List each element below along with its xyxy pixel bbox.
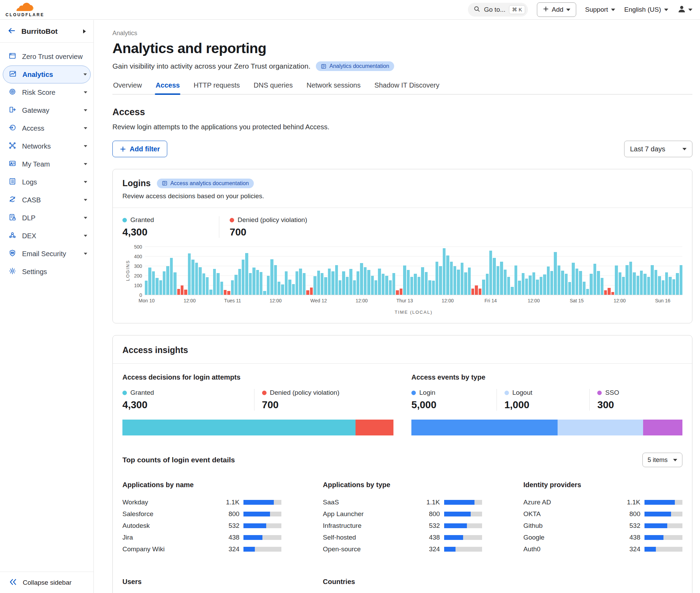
granted-segment (209, 290, 212, 295)
chart-bar (604, 246, 607, 295)
tab-dns-queries[interactable]: DNS queries (253, 81, 293, 94)
chart-bar (378, 246, 381, 295)
sidebar-item-settings[interactable]: Settings (0, 263, 93, 281)
denied-segment (184, 290, 187, 295)
x-tick-label: 12:00 (356, 298, 368, 303)
chart-bar (518, 246, 521, 295)
sidebar-item-networks[interactable]: Networks (0, 137, 93, 155)
account-menu[interactable] (677, 4, 692, 15)
add-filter-button[interactable]: Add filter (112, 141, 167, 157)
date-range-select[interactable]: Last 7 days (624, 141, 692, 157)
granted-segment (532, 272, 535, 295)
global-search[interactable]: Go to... ⌘ K (468, 3, 528, 17)
granted-segment (374, 280, 377, 295)
progress-fill (644, 523, 667, 528)
sidebar-item-access[interactable]: Access (0, 119, 93, 137)
chart-bar (296, 246, 298, 295)
tab-access[interactable]: Access (155, 81, 180, 94)
chart-bar (256, 246, 259, 295)
legend-label: Logout (512, 389, 532, 396)
top-counts-lists: Applications by nameWorkday1.1KSalesforc… (113, 467, 692, 593)
chart-bar (249, 246, 252, 295)
chevron-down-icon (664, 9, 668, 11)
networks-icon (9, 142, 16, 151)
analytics-documentation-badge[interactable]: Analytics documentation (316, 61, 394, 71)
granted-segment (152, 271, 155, 295)
granted-segment (188, 253, 191, 295)
sidebar-item-casb[interactable]: CASB (0, 191, 93, 209)
list-item-label: App Launcher (323, 510, 418, 518)
granted-segment (296, 271, 298, 295)
chart-bar (669, 246, 671, 295)
legend-label-row: Login (411, 389, 497, 396)
granted-segment (457, 270, 460, 295)
access-decisions-title: Access decisions for login attempts (122, 373, 393, 381)
chevron-down-icon (84, 145, 87, 147)
tab-http-requests[interactable]: HTTP requests (193, 81, 240, 94)
double-chevron-left-icon (9, 578, 17, 587)
granted-segment (317, 271, 320, 295)
list-item-value: 800 (619, 510, 640, 518)
denied-segment (177, 289, 180, 295)
sidebar-item-dex[interactable]: DEX (0, 227, 93, 245)
legend-item: Granted4,300 (122, 216, 219, 238)
language-menu[interactable]: English (US) (624, 6, 668, 13)
list-item: Jira438 (122, 532, 281, 543)
logins-card-title: Logins (122, 178, 151, 188)
sidebar-item-risk-score[interactable]: Risk Score (0, 83, 93, 101)
items-count-select[interactable]: 5 items (642, 453, 682, 467)
granted-segment (206, 277, 209, 295)
list-item: Company Wiki324 (122, 543, 281, 555)
collapse-sidebar-button[interactable]: Collapse sidebar (0, 572, 93, 593)
granted-segment (514, 265, 517, 295)
granted-segment (640, 271, 643, 295)
granted-segment (669, 277, 671, 295)
access-events-stacked-bar (411, 420, 682, 435)
list-item-label: Salesforce (122, 510, 218, 518)
progress-fill (444, 535, 463, 540)
tab-shadow-it-discovery[interactable]: Shadow IT Discovery (374, 81, 440, 94)
legend-item: Logout1,000 (497, 389, 590, 411)
logins-card-subtitle: Review access decisions based on your po… (122, 192, 682, 200)
chart-bar (672, 246, 675, 295)
sidebar-item-label: Networks (22, 142, 78, 150)
legend-label: Login (419, 389, 436, 396)
sidebar-item-logs[interactable]: Logs (0, 173, 93, 191)
chart-bar (665, 246, 668, 295)
access-analytics-documentation-badge[interactable]: Access analytics documentation (157, 179, 254, 188)
progress-fill (644, 512, 671, 516)
back-arrow-icon[interactable] (8, 27, 16, 36)
list-item: Open-source324 (323, 543, 482, 555)
chart-bar (446, 246, 449, 295)
support-menu[interactable]: Support (585, 6, 616, 13)
granted-segment (360, 263, 363, 295)
sidebar-item-email-security[interactable]: Email Security (0, 245, 93, 263)
tab-overview[interactable]: Overview (112, 81, 142, 94)
granted-segment (260, 272, 262, 295)
expand-team-icon[interactable] (83, 29, 86, 33)
granted-segment (238, 269, 241, 295)
tab-network-sessions[interactable]: Network sessions (306, 81, 361, 94)
chevron-down-icon (84, 253, 87, 255)
y-axis-title: LOGINS (125, 246, 130, 294)
search-shortcut-key: ⌘ K (509, 5, 525, 14)
chart-bar (328, 246, 331, 295)
progress-fill (243, 547, 255, 552)
list-item-label: Self-hosted (323, 534, 418, 541)
sidebar-item-zero-trust-overview[interactable]: Zero Trust overview (0, 48, 93, 66)
sidebar-item-analytics[interactable]: Analytics (3, 66, 91, 83)
sidebar-item-gateway[interactable]: Gateway (0, 101, 93, 119)
add-button[interactable]: Add (537, 2, 576, 17)
sidebar-item-dlp[interactable]: DLP (0, 209, 93, 227)
progress-track (444, 547, 482, 552)
sidebar-item-my-team[interactable]: My Team (0, 155, 93, 173)
breadcrumb[interactable]: Analytics (112, 30, 692, 37)
chart-bar (385, 246, 388, 295)
granted-segment (148, 268, 151, 295)
progress-track (644, 512, 682, 516)
risk-score-icon (9, 88, 16, 97)
logins-chart: LOGINS 0100200300400500 Mon 1012:00Tues … (113, 240, 692, 323)
collapse-sidebar-label: Collapse sidebar (23, 579, 72, 586)
cloudflare-logo[interactable]: CLOUDFLARE (6, 3, 44, 17)
granted-segment (382, 274, 384, 295)
